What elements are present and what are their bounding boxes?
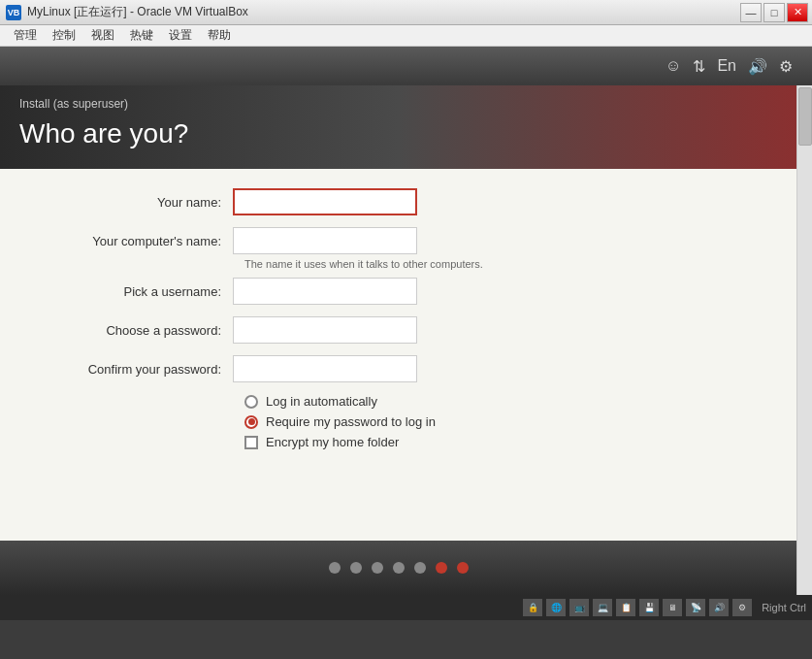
title-bar: VB MyLinux [正在运行] - Oracle VM VirtualBox… (0, 0, 812, 25)
auto-login-radio[interactable] (244, 395, 258, 409)
your-name-input[interactable] (233, 188, 417, 215)
accessibility-icon[interactable]: ☺ (666, 57, 681, 75)
auto-login-row: Log in automatically (244, 394, 758, 409)
menu-bar: 管理 控制 视图 热键 设置 帮助 (0, 25, 812, 47)
computer-name-label: Your computer's name: (39, 234, 233, 248)
encrypt-folder-checkbox[interactable] (244, 436, 258, 449)
vm-toolbar: ☺ ⇅ En 🔊 ⚙ (0, 47, 812, 85)
installer-header: Install (as superuser) Who are you? (0, 85, 796, 169)
window-title: MyLinux [正在运行] - Oracle VM VirtualBox (27, 4, 248, 20)
computer-name-hint: The name it uses when it talks to other … (244, 258, 483, 270)
username-label: Pick a username: (39, 284, 233, 299)
computer-name-input[interactable] (233, 227, 417, 254)
install-subtitle: Install (as superuser) (19, 97, 777, 111)
nav-dot-4[interactable] (393, 562, 405, 574)
auto-login-label: Log in automatically (266, 394, 377, 409)
status-icon-8[interactable]: 📡 (686, 599, 705, 616)
nav-dot-2[interactable] (350, 562, 362, 574)
audio-icon[interactable]: 🔊 (748, 57, 767, 76)
nav-dot-3[interactable] (372, 562, 383, 574)
computer-name-row: Your computer's name: (39, 227, 758, 254)
scrollbar[interactable] (796, 85, 812, 595)
confirm-password-input[interactable] (233, 355, 417, 382)
nav-dot-6[interactable] (436, 562, 447, 574)
form-area: Your name: Your computer's name: The nam… (0, 169, 796, 541)
status-icon-3[interactable]: 📺 (569, 599, 589, 616)
password-row: Choose a password: (39, 316, 758, 344)
title-bar-left: VB MyLinux [正在运行] - Oracle VM VirtualBox (6, 4, 248, 20)
language-icon[interactable]: En (717, 57, 736, 75)
options-area: Log in automatically Require my password… (244, 394, 758, 449)
title-bar-controls: — □ ✕ (740, 3, 808, 22)
status-icon-9[interactable]: 🔊 (709, 599, 729, 616)
your-name-label: Your name: (39, 195, 233, 210)
maximize-button[interactable]: □ (763, 3, 785, 22)
status-icon-7[interactable]: 🖥 (663, 599, 682, 616)
status-icon-4[interactable]: 💻 (593, 599, 612, 616)
menu-view[interactable]: 视图 (83, 25, 122, 46)
scrollbar-thumb[interactable] (798, 87, 812, 146)
require-password-radio[interactable] (244, 415, 258, 429)
require-password-row: Require my password to log in (244, 414, 758, 429)
status-icon-10[interactable]: ⚙ (732, 599, 752, 616)
nav-dot-1[interactable] (329, 562, 341, 574)
encrypt-folder-row: Encrypt my home folder (244, 435, 758, 449)
your-name-row: Your name: (39, 188, 758, 215)
status-icon-6[interactable]: 💾 (639, 599, 659, 616)
require-password-label: Require my password to log in (266, 414, 436, 429)
minimize-button[interactable]: — (740, 3, 762, 22)
menu-control[interactable]: 控制 (45, 25, 83, 46)
keyboard-icon[interactable]: ⇅ (693, 57, 705, 76)
username-input[interactable] (233, 278, 417, 305)
app-icon: VB (6, 5, 21, 20)
vm-display: ☺ ⇅ En 🔊 ⚙ Install (as superuser) Who ar… (0, 47, 812, 595)
menu-settings[interactable]: 设置 (161, 25, 200, 46)
confirm-password-label: Confirm your password: (39, 362, 233, 377)
status-bar: 🔒 🌐 📺 💻 📋 💾 🖥 📡 🔊 ⚙ Right Ctrl (0, 595, 812, 620)
username-row: Pick a username: (39, 278, 758, 305)
status-icon-5[interactable]: 📋 (616, 599, 635, 616)
installer-content: Install (as superuser) Who are you? Your… (0, 85, 796, 595)
status-icon-1[interactable]: 🔒 (523, 599, 542, 616)
confirm-password-row: Confirm your password: (39, 355, 758, 382)
password-label: Choose a password: (39, 323, 233, 338)
menu-manage[interactable]: 管理 (6, 25, 45, 46)
menu-hotkeys[interactable]: 热键 (122, 25, 161, 46)
status-icon-2[interactable]: 🌐 (546, 599, 566, 616)
computer-name-hint-row: The name it uses when it talks to other … (39, 258, 758, 270)
close-button[interactable]: ✕ (787, 3, 808, 22)
nav-dot-7[interactable] (457, 562, 469, 574)
encrypt-folder-label: Encrypt my home folder (266, 435, 399, 449)
password-input[interactable] (233, 316, 417, 344)
nav-bar (0, 541, 796, 595)
vm-content-wrapper: Install (as superuser) Who are you? Your… (0, 85, 812, 595)
system-settings-icon[interactable]: ⚙ (779, 57, 793, 76)
nav-dot-5[interactable] (414, 562, 426, 574)
right-ctrl-label: Right Ctrl (756, 602, 806, 613)
install-title: Who are you? (19, 118, 777, 149)
menu-help[interactable]: 帮助 (200, 25, 239, 46)
